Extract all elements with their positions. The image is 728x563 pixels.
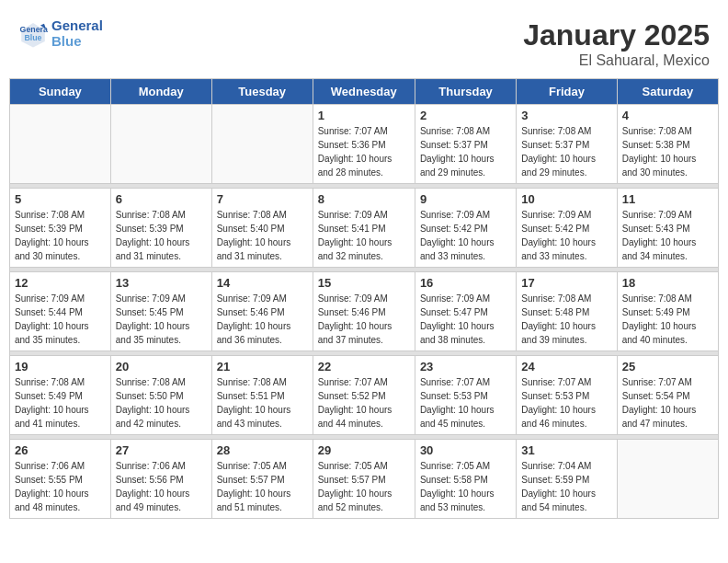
calendar-cell-w2-d7: 11Sunrise: 7:09 AMSunset: 5:43 PMDayligh… (617, 189, 718, 268)
day-info-line: and 42 minutes. (116, 417, 207, 431)
calendar-cell-w5-d7 (617, 440, 718, 519)
day-info-line: Sunrise: 7:09 AM (217, 292, 308, 305)
day-info-line: Sunset: 5:55 PM (15, 473, 106, 487)
day-info-line: Sunset: 5:57 PM (318, 473, 410, 487)
day-info-line: Sunrise: 7:09 AM (116, 292, 207, 305)
day-info-line: and 48 minutes. (15, 500, 106, 514)
logo: General Blue General Blue (18, 18, 103, 49)
day-info-line: Daylight: 10 hours (217, 319, 308, 333)
day-info-line: Daylight: 10 hours (622, 319, 713, 333)
day-info-line: Sunset: 5:53 PM (420, 389, 511, 403)
calendar-cell-w5-d6: 31Sunrise: 7:04 AMSunset: 5:59 PMDayligh… (517, 440, 617, 519)
day-info-line: Daylight: 10 hours (622, 236, 713, 249)
day-info-line: Sunrise: 7:08 AM (116, 375, 207, 389)
calendar-cell-w4-d7: 25Sunrise: 7:07 AMSunset: 5:54 PMDayligh… (617, 356, 718, 435)
day-info-line: Daylight: 10 hours (521, 403, 611, 417)
day-info-line: Sunset: 5:37 PM (521, 138, 611, 152)
day-info-line: Sunset: 5:42 PM (521, 222, 611, 236)
day-number: 26 (15, 443, 106, 457)
day-info-line: and 41 minutes. (15, 417, 106, 431)
day-info-line: Sunset: 5:42 PM (420, 222, 511, 236)
calendar-cell-w1-d4: 1Sunrise: 7:07 AMSunset: 5:36 PMDaylight… (313, 105, 415, 184)
day-info-line: Sunset: 5:41 PM (318, 222, 410, 236)
day-info-line: Sunset: 5:57 PM (217, 473, 308, 487)
calendar-cell-w2-d4: 8Sunrise: 7:09 AMSunset: 5:41 PMDaylight… (313, 189, 415, 268)
calendar-cell-w1-d1 (10, 105, 111, 184)
day-info-line: Sunrise: 7:07 AM (420, 375, 511, 389)
col-thursday: Thursday (415, 79, 516, 105)
day-info-line: Daylight: 10 hours (116, 403, 207, 417)
day-info-line: Sunrise: 7:08 AM (622, 292, 713, 305)
day-number: 23 (420, 360, 511, 373)
day-info-line: Sunset: 5:38 PM (622, 138, 713, 152)
day-info-line: and 34 minutes. (622, 249, 713, 263)
calendar-cell-w3-d6: 17Sunrise: 7:08 AMSunset: 5:48 PMDayligh… (517, 272, 617, 351)
day-info-line: and 47 minutes. (622, 417, 713, 431)
logo-blue-text: Blue (51, 34, 103, 50)
week-row-5: 26Sunrise: 7:06 AMSunset: 5:55 PMDayligh… (10, 440, 719, 519)
day-info-line: Daylight: 10 hours (521, 487, 611, 500)
day-info-line: Sunset: 5:49 PM (15, 389, 106, 403)
day-info-line: and 33 minutes. (420, 249, 511, 263)
day-info-line: Sunrise: 7:04 AM (521, 459, 611, 473)
calendar-cell-w1-d2 (110, 105, 211, 184)
col-saturday: Saturday (617, 79, 718, 105)
day-info-line: and 51 minutes. (217, 500, 308, 514)
day-number: 7 (217, 192, 308, 206)
calendar-cell-w2-d2: 6Sunrise: 7:08 AMSunset: 5:39 PMDaylight… (110, 189, 211, 268)
day-number: 15 (318, 276, 410, 290)
day-info-line: Sunrise: 7:07 AM (622, 375, 713, 389)
day-number: 16 (420, 276, 511, 290)
day-info-line: Daylight: 10 hours (15, 319, 106, 333)
day-info-line: and 33 minutes. (521, 249, 611, 263)
calendar-cell-w2-d3: 7Sunrise: 7:08 AMSunset: 5:40 PMDaylight… (211, 189, 313, 268)
day-info-line: Sunrise: 7:08 AM (622, 124, 713, 138)
day-number: 2 (420, 109, 511, 122)
day-info-line: Sunrise: 7:09 AM (420, 292, 511, 305)
day-info-line: Daylight: 10 hours (622, 403, 713, 417)
day-number: 30 (420, 443, 511, 457)
day-info-line: and 45 minutes. (420, 417, 511, 431)
day-info-line: Sunrise: 7:05 AM (217, 459, 308, 473)
day-info-line: Sunrise: 7:09 AM (521, 208, 611, 222)
day-number: 4 (622, 109, 713, 122)
calendar-cell-w3-d5: 16Sunrise: 7:09 AMSunset: 5:47 PMDayligh… (415, 272, 516, 351)
calendar-cell-w4-d5: 23Sunrise: 7:07 AMSunset: 5:53 PMDayligh… (415, 356, 516, 435)
day-info-line: and 52 minutes. (318, 500, 410, 514)
day-info-line: Daylight: 10 hours (318, 236, 410, 249)
day-info-line: Daylight: 10 hours (521, 236, 611, 249)
day-number: 21 (217, 360, 308, 373)
day-info-line: Sunrise: 7:08 AM (521, 124, 611, 138)
day-info-line: Daylight: 10 hours (420, 319, 511, 333)
day-info-line: and 36 minutes. (217, 333, 308, 347)
day-info-line: Sunset: 5:47 PM (420, 305, 511, 319)
day-number: 13 (116, 276, 207, 290)
day-info-line: Sunrise: 7:08 AM (420, 124, 511, 138)
day-info-line: Sunrise: 7:06 AM (15, 459, 106, 473)
day-info-line: Daylight: 10 hours (15, 236, 106, 249)
day-info-line: and 35 minutes. (116, 333, 207, 347)
day-info-line: and 44 minutes. (318, 417, 410, 431)
day-info-line: Sunrise: 7:05 AM (420, 459, 511, 473)
day-number: 29 (318, 443, 410, 457)
day-info-line: Daylight: 10 hours (521, 152, 611, 166)
day-info-line: Daylight: 10 hours (217, 487, 308, 500)
day-info-line: Sunrise: 7:09 AM (318, 292, 410, 305)
day-number: 25 (622, 360, 713, 373)
day-info-line: Sunrise: 7:08 AM (217, 208, 308, 222)
calendar-cell-w2-d1: 5Sunrise: 7:08 AMSunset: 5:39 PMDaylight… (10, 189, 111, 268)
day-info-line: and 35 minutes. (15, 333, 106, 347)
day-number: 11 (622, 192, 713, 206)
day-info-line: Daylight: 10 hours (318, 319, 410, 333)
day-info-line: and 39 minutes. (521, 333, 611, 347)
day-info-line: Daylight: 10 hours (318, 487, 410, 500)
day-info-line: and 43 minutes. (217, 417, 308, 431)
logo-icon: General Blue (18, 19, 48, 49)
day-info-line: Sunset: 5:56 PM (116, 473, 207, 487)
day-info-line: Sunrise: 7:08 AM (217, 375, 308, 389)
day-info-line: Sunset: 5:45 PM (116, 305, 207, 319)
calendar-cell-w5-d4: 29Sunrise: 7:05 AMSunset: 5:57 PMDayligh… (313, 440, 415, 519)
day-info-line: Daylight: 10 hours (420, 152, 511, 166)
day-info-line: Sunrise: 7:07 AM (318, 124, 410, 138)
day-number: 17 (521, 276, 611, 290)
